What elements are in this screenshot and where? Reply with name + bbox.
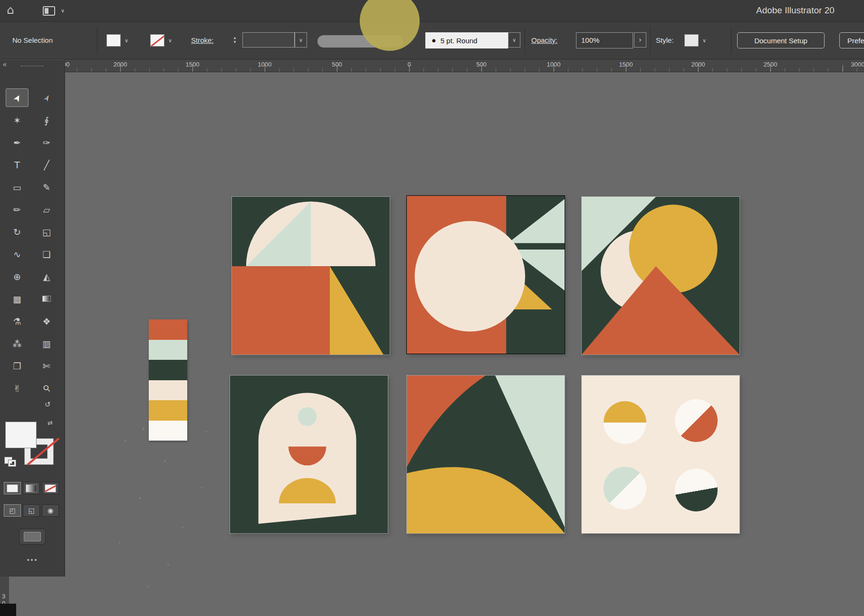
stroke-color-chevron-icon[interactable]: ∨: [165, 34, 175, 47]
slice-tool[interactable]: ✄: [35, 356, 58, 375]
opacity-options-button[interactable]: ›: [634, 32, 646, 48]
zoom-icon: ⚲: [40, 382, 52, 394]
rectangle-tool[interactable]: ▭: [6, 178, 29, 196]
eraser-icon: ▱: [43, 204, 50, 215]
stroke-width-chevron-icon[interactable]: ∨: [295, 32, 307, 48]
direct-selection-icon: ➢: [40, 92, 53, 104]
artboard-5[interactable]: [407, 375, 565, 533]
document-setup-button[interactable]: Document Setup: [737, 32, 825, 48]
split-circle-mustard[interactable]: [604, 401, 646, 444]
draw-behind-button[interactable]: ◱: [23, 504, 40, 517]
screen-mode-button[interactable]: [19, 529, 46, 545]
fill-color-swatch[interactable]: [106, 34, 121, 47]
column-graph-tool[interactable]: ▥: [35, 334, 58, 353]
draw-inside-icon: ◉: [48, 507, 53, 514]
scale-tool[interactable]: ◱: [35, 222, 58, 241]
chevron-down-icon[interactable]: ∨: [61, 8, 65, 14]
blend-tool[interactable]: ❖: [35, 312, 58, 330]
draw-behind-icon: ◱: [28, 507, 34, 514]
magic-wand-tool[interactable]: ✶: [6, 111, 29, 129]
eyedropper-icon: ⚗: [13, 316, 21, 327]
preferences-button[interactable]: Preferences: [839, 32, 864, 48]
eyedropper-tool[interactable]: ⚗: [6, 312, 29, 330]
stroke-width-stepper[interactable]: ▴ ▾: [231, 32, 239, 48]
selection-tool[interactable]: ➤: [6, 88, 29, 107]
curvature-tool[interactable]: ✑: [35, 133, 58, 152]
none-chip-icon: [45, 485, 56, 492]
home-icon[interactable]: ⌂: [7, 3, 14, 17]
pencil-tool[interactable]: ✏: [6, 200, 29, 219]
stroke-color-swatch[interactable]: [150, 34, 164, 47]
zoom-tool[interactable]: ⚲: [35, 379, 58, 397]
palette-swatch-mint[interactable]: [149, 340, 187, 360]
palette-swatch-mustard[interactable]: [149, 400, 187, 421]
scale-icon: ◱: [42, 227, 51, 237]
free-transform-icon: ❏: [42, 249, 50, 260]
free-transform-tool[interactable]: ❏: [35, 245, 58, 263]
width-tool[interactable]: ∿: [6, 245, 29, 263]
palette-swatch-orange[interactable]: [149, 319, 187, 340]
pen-icon: ✒: [13, 137, 21, 148]
line-segment-tool[interactable]: ╱: [35, 155, 58, 174]
draw-inside-button[interactable]: ◉: [42, 504, 59, 517]
fill-indicator[interactable]: [6, 422, 36, 448]
brush-definition-chevron-icon[interactable]: ∨: [508, 32, 520, 48]
variable-width-profile-select[interactable]: [317, 35, 403, 48]
pen-tool[interactable]: ✒: [6, 133, 29, 152]
style-chevron-icon[interactable]: ∨: [700, 34, 709, 47]
split-circle-green[interactable]: [675, 469, 718, 511]
artboard-2[interactable]: [407, 196, 565, 354]
rotate-tool[interactable]: ↻: [6, 222, 29, 241]
app-title: Adobe Illustrator 20: [756, 5, 864, 18]
workspace-switcher-icon[interactable]: [43, 6, 55, 16]
brush-definition-select[interactable]: ● 5 pt. Round: [425, 32, 508, 48]
gradient-button[interactable]: [23, 482, 40, 494]
eraser-tool[interactable]: ▱: [35, 200, 58, 219]
direct-selection-tool[interactable]: ➢: [35, 88, 58, 107]
draw-normal-button[interactable]: ◰: [4, 504, 21, 517]
pencil-icon: ✏: [13, 204, 21, 215]
palette-swatch-white[interactable]: [149, 421, 187, 441]
split-circle-mint[interactable]: [604, 467, 646, 510]
style-swatch[interactable]: [684, 34, 699, 47]
mesh-tool[interactable]: ▦: [6, 289, 29, 308]
artboard-tool[interactable]: ❐: [6, 356, 29, 375]
ruler-mark: 3000: [851, 61, 864, 68]
ruler-mark: 2000: [114, 61, 127, 68]
artboard-1[interactable]: [232, 197, 390, 355]
split-circle-orange[interactable]: [675, 399, 718, 442]
artboard-5-art: [407, 375, 565, 533]
symbol-sprayer-tool[interactable]: ⁂: [6, 334, 29, 353]
palette-swatch-green[interactable]: [149, 360, 187, 380]
artboard-3[interactable]: [582, 197, 739, 355]
swap-fill-stroke-icon[interactable]: ⇄: [48, 419, 53, 426]
lasso-icon: ∮: [44, 115, 49, 125]
gradient-tool[interactable]: [35, 289, 58, 308]
fill-color-chevron-icon[interactable]: ∨: [122, 34, 131, 47]
paintbrush-tool[interactable]: ✎: [35, 178, 58, 196]
horizontal-ruler: 2500 2000 1500 1000 500 0 500 1000 1500 …: [0, 59, 864, 72]
color-button[interactable]: [4, 482, 21, 494]
none-button[interactable]: [42, 482, 59, 494]
stroke-width-select[interactable]: [242, 32, 295, 48]
more-tools-button[interactable]: •••: [0, 556, 65, 564]
stepper-down-icon[interactable]: ▾: [234, 40, 236, 44]
perspective-grid-tool[interactable]: ◭: [35, 267, 58, 286]
palette-swatch-cream[interactable]: [149, 380, 187, 401]
opacity-label[interactable]: Opacity:: [531, 33, 557, 48]
collapse-panel-button[interactable]: «: [3, 60, 7, 68]
title-bar: ⌂ ∨ Adobe Illustrator 20: [0, 0, 864, 22]
hand-tool[interactable]: ✌: [6, 379, 29, 397]
lasso-tool[interactable]: ∮: [35, 111, 58, 129]
control-bar: No Selection ∨ ∨ Stroke: ▴ ▾ ∨ ● 5 pt. R…: [0, 22, 864, 59]
opacity-input[interactable]: 100%: [576, 32, 633, 48]
screen-mode-icon: [24, 532, 41, 541]
stroke-label[interactable]: Stroke:: [191, 33, 214, 48]
artboard-6[interactable]: [582, 375, 739, 533]
shape-builder-icon: ⊕: [13, 271, 21, 282]
artboard-4[interactable]: [230, 375, 388, 533]
undo-icon[interactable]: ↺: [45, 400, 51, 409]
type-tool[interactable]: T: [6, 155, 29, 174]
panel-grip[interactable]: [21, 66, 44, 67]
shape-builder-tool[interactable]: ⊕: [6, 267, 29, 286]
